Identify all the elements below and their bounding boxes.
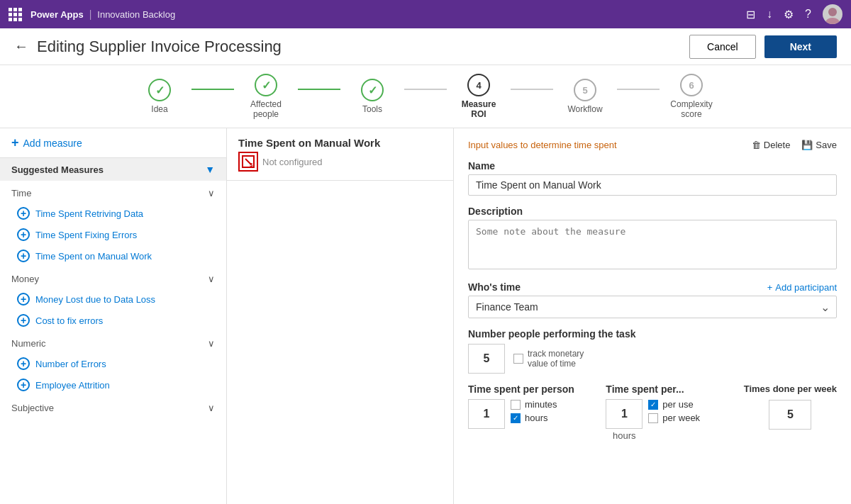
sidebar-group-subjective[interactable]: Subjective ∨ — [0, 396, 226, 418]
step-complexity[interactable]: 6 Complexityscore — [660, 74, 723, 119]
connector-5 — [617, 89, 660, 90]
time-spent-per-content: 1 hours ✓ per use per week — [606, 399, 735, 441]
topbar-product-name: Innovation Backlog — [97, 9, 175, 20]
per-week-label: per week — [662, 413, 700, 423]
settings-icon[interactable]: ⚙ — [784, 8, 794, 21]
whos-time-label: Who's time — [468, 281, 521, 293]
sidebar-item-number-errors[interactable]: + Number of Errors — [0, 353, 226, 374]
suggested-measures-header[interactable]: Suggested Measures ▼ — [0, 158, 226, 181]
per-week-checkbox[interactable] — [648, 413, 658, 423]
panel-hint: Input values to determine time spent — [468, 140, 617, 150]
numeric-chevron-icon: ∨ — [208, 338, 215, 349]
employee-attrition-label: Employee Attrition — [35, 380, 110, 391]
name-field-group: Name — [468, 160, 837, 196]
time-spent-per-value[interactable]: 1 — [606, 399, 643, 429]
download-icon[interactable]: ↓ — [767, 8, 772, 21]
sidebar-group-money[interactable]: Money ∨ — [0, 267, 226, 289]
times-done-value[interactable]: 5 — [769, 400, 811, 430]
user-avatar[interactable] — [823, 4, 842, 24]
add-cost-fix-icon: + — [17, 314, 30, 327]
steps-bar: ✓ Idea ✓ Affectedpeople ✓ Tools 4 Measur… — [0, 65, 851, 128]
time-per-person-label: Time spent per person — [468, 383, 597, 395]
measure-status: Not configured — [262, 157, 323, 167]
time-spent-per-value-group: 1 hours — [606, 399, 643, 441]
numeric-group-label: Numeric — [11, 338, 45, 349]
description-textarea[interactable] — [468, 220, 837, 269]
step-label-affected: Affectedpeople — [250, 99, 282, 119]
measure-list-item[interactable]: Time Spent on Manual Work $ Not configur… — [227, 128, 453, 181]
participant-select[interactable]: Finance Team — [468, 296, 837, 318]
description-field-group: Description — [468, 206, 837, 271]
connector-2 — [298, 89, 340, 90]
step-affected-people[interactable]: ✓ Affectedpeople — [234, 74, 298, 119]
step-circle-complexity: 6 — [680, 74, 703, 96]
add-measure-button[interactable]: + Add measure — [0, 128, 226, 158]
step-circle-workflow: 5 — [574, 79, 596, 101]
step-circle-affected: ✓ — [255, 74, 277, 96]
sidebar-item-cost-fix[interactable]: + Cost to fix errors — [0, 310, 226, 331]
step-label-tools: Tools — [362, 104, 382, 114]
step-circle-tools: ✓ — [361, 79, 384, 101]
save-button[interactable]: 💾 Save — [801, 140, 837, 150]
add-employee-attrition-icon: + — [17, 379, 30, 391]
save-label: Save — [816, 140, 837, 150]
minutes-label: minutes — [525, 399, 557, 410]
step-label-workflow: Workflow — [567, 104, 602, 114]
topbar-right: ⊟ ↓ ⚙ ? — [746, 4, 842, 24]
right-panel-actions: Input values to determine time spent 🗑 D… — [468, 140, 837, 150]
sidebar-item-time-fixing[interactable]: + Time Spent Fixing Errors — [0, 224, 226, 245]
step-label-measure: MeasureROI — [462, 99, 496, 119]
apps-grid-icon[interactable] — [9, 8, 22, 21]
sidebar-item-time-retriving[interactable]: + Time Spent Retriving Data — [0, 203, 226, 224]
next-button[interactable]: Next — [764, 35, 837, 58]
per-week-checkbox-item: per week — [648, 413, 700, 423]
main-layout: + Add measure Suggested Measures ▼ Time … — [0, 128, 851, 504]
step-measure-roi[interactable]: 4 MeasureROI — [447, 74, 511, 119]
time-retriving-label: Time Spent Retriving Data — [35, 208, 143, 219]
number-people-value[interactable]: 5 — [468, 344, 505, 374]
per-checkboxes: ✓ per use per week — [648, 399, 700, 423]
sidebar-item-employee-attrition[interactable]: + Employee Attrition — [0, 374, 226, 396]
time-per-person-value[interactable]: 1 — [468, 399, 505, 429]
time-grid: Time spent per person 1 minutes ✓ hours — [468, 383, 837, 441]
sidebar-group-time[interactable]: Time ∨ — [0, 181, 226, 203]
help-icon[interactable]: ? — [805, 8, 811, 21]
step-idea[interactable]: ✓ Idea — [128, 79, 191, 114]
step-tools[interactable]: ✓ Tools — [340, 79, 404, 114]
time-manual-label: Time Spent on Manual Work — [35, 251, 152, 262]
add-money-loss-icon: + — [17, 293, 30, 306]
measure-item-title: Time Spent on Manual Work — [238, 137, 442, 149]
add-number-errors-icon: + — [17, 357, 30, 370]
add-participant-button[interactable]: + Add participant — [767, 282, 837, 293]
suggested-measures-label: Suggested Measures — [11, 164, 104, 175]
minutes-checkbox-item: minutes — [511, 399, 557, 410]
page-title: Editing Supplier Invoice Processing — [37, 38, 681, 56]
track-monetary-row: track monetaryvalue of time — [513, 349, 584, 369]
step-workflow[interactable]: 5 Workflow — [553, 79, 617, 114]
filter-icon[interactable]: ▼ — [205, 164, 215, 175]
sidebar-item-money-loss[interactable]: + Money Lost due to Data Loss — [0, 289, 226, 310]
time-per-person-col: Time spent per person 1 minutes ✓ hours — [468, 383, 597, 429]
right-panel: Input values to determine time spent 🗑 D… — [454, 128, 851, 504]
back-button[interactable]: ← — [14, 38, 28, 55]
sidebar-group-numeric[interactable]: Numeric ∨ — [0, 331, 226, 353]
minutes-checkbox[interactable] — [511, 400, 521, 410]
sidebar-item-time-manual[interactable]: + Time Spent on Manual Work — [0, 245, 226, 267]
per-use-checkbox[interactable]: ✓ — [648, 400, 658, 410]
monitor-icon[interactable]: ⊟ — [746, 8, 755, 21]
panel-action-buttons: 🗑 Delete 💾 Save — [752, 140, 837, 150]
page-header: ← Editing Supplier Invoice Processing Ca… — [0, 28, 851, 65]
add-participant-label: Add participant — [775, 282, 837, 293]
topbar: Power Apps | Innovation Backlog ⊟ ↓ ⚙ ? — [0, 0, 851, 28]
track-monetary-checkbox[interactable] — [513, 354, 523, 364]
cancel-button[interactable]: Cancel — [689, 35, 756, 59]
connector-3 — [404, 89, 447, 90]
time-group-label: Time — [11, 188, 31, 198]
description-label: Description — [468, 206, 837, 217]
step-label-idea: Idea — [151, 104, 167, 114]
delete-button[interactable]: 🗑 Delete — [752, 140, 791, 150]
hours-checkbox[interactable]: ✓ — [511, 413, 521, 423]
step-circle-idea: ✓ — [148, 79, 171, 101]
name-input[interactable] — [468, 174, 837, 196]
sidebar: + Add measure Suggested Measures ▼ Time … — [0, 128, 227, 504]
